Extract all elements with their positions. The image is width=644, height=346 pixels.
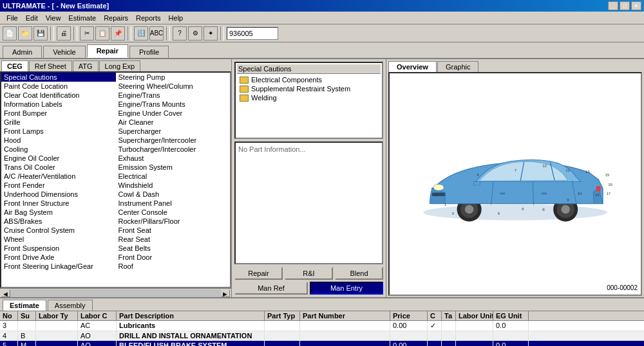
subtab-atg[interactable]: ATG xyxy=(73,60,99,71)
list-item[interactable]: Rear Seat xyxy=(116,235,231,244)
tab-estimate[interactable]: Estimate xyxy=(3,300,46,311)
menu-help[interactable]: Help xyxy=(165,13,187,23)
tab-admin[interactable]: Admin xyxy=(3,46,42,58)
scroll-left[interactable]: ◄ xyxy=(1,289,10,297)
window-controls[interactable]: _ □ × xyxy=(608,1,641,10)
list-item[interactable]: Exhaust xyxy=(116,154,231,163)
list-item[interactable]: Turbocharger/Intercooler xyxy=(116,145,231,154)
menu-reports[interactable]: Reports xyxy=(132,13,165,23)
list-item[interactable]: Engine/Trans xyxy=(116,91,231,100)
list-item[interactable]: ABS/Brakes xyxy=(1,217,116,226)
menu-repairs[interactable]: Repairs xyxy=(100,13,132,23)
tab-vehicle[interactable]: Vehicle xyxy=(43,46,85,58)
list-item[interactable]: Windshield xyxy=(116,181,231,190)
paste-button[interactable]: 📌 xyxy=(111,26,125,41)
list-item[interactable]: Front Fender xyxy=(1,181,116,190)
settings-button[interactable]: ⚙ xyxy=(188,26,202,41)
table-row[interactable]: 5 M AO BLEED/FLUSH BRAKE SYSTEM 0.00 0.0 xyxy=(0,341,644,346)
subtab-ceg[interactable]: CEG xyxy=(1,60,28,71)
list-item[interactable]: Front Door xyxy=(116,253,231,262)
cut-button[interactable]: ✂ xyxy=(80,26,94,41)
list-item[interactable]: Emission System xyxy=(116,163,231,172)
maximize-button[interactable]: □ xyxy=(620,1,630,10)
cell-c xyxy=(428,331,442,340)
list-item[interactable]: Air Cleaner xyxy=(116,118,231,127)
list-item[interactable]: Front Lamps xyxy=(1,127,116,136)
menu-edit[interactable]: Edit xyxy=(22,13,42,23)
list-item[interactable]: Electrical xyxy=(116,172,231,181)
list-item[interactable]: Hood xyxy=(1,136,116,145)
list-item[interactable]: Information Labels xyxy=(1,100,116,109)
list-item[interactable]: Front Suspension xyxy=(1,244,116,253)
list-item[interactable]: Underhood Dimensions xyxy=(1,190,116,199)
spell-button[interactable]: ABC xyxy=(149,26,164,41)
menu-view[interactable]: View xyxy=(42,13,65,23)
list-item[interactable]: Cruise Control System xyxy=(1,226,116,235)
blend-button[interactable]: Blend xyxy=(335,267,383,280)
list-item[interactable]: Supercharger/Intercooler xyxy=(116,136,231,145)
list-item[interactable]: Wheel xyxy=(1,235,116,244)
list-item[interactable]: Trans Oil Cooler xyxy=(1,163,116,172)
list-item[interactable]: Air Bag System xyxy=(1,208,116,217)
list-item[interactable]: Engine Under Cover xyxy=(116,109,231,118)
close-button[interactable]: × xyxy=(631,1,641,10)
horizontal-scrollbar[interactable]: ◄ ► xyxy=(0,288,231,297)
list-item[interactable]: Front Inner Structure xyxy=(1,199,116,208)
table-row[interactable]: 4 B AO DRILL AND INSTALL ORNAMENTATION xyxy=(0,331,644,341)
list-item[interactable]: Steering Pump xyxy=(116,73,231,82)
tab-profile[interactable]: Profile xyxy=(129,46,169,58)
tab-graphic[interactable]: Graphic xyxy=(437,61,479,72)
tab-overview[interactable]: Overview xyxy=(388,61,437,72)
minimize-button[interactable]: _ xyxy=(608,1,618,10)
subtab-longexp[interactable]: Long Exp xyxy=(99,60,140,71)
man-entry-button[interactable]: Man Entry xyxy=(310,282,383,295)
list-item[interactable]: Front Drive Axle xyxy=(1,253,116,262)
tab-repair[interactable]: Repair xyxy=(87,44,128,58)
list-item[interactable]: Center Console xyxy=(116,208,231,217)
list-item[interactable]: Roof xyxy=(116,262,231,271)
save-button[interactable]: 💾 xyxy=(33,26,48,41)
list-item[interactable]: Clear Coat Identification xyxy=(1,91,116,100)
list-item[interactable]: Engine/Trans Mounts xyxy=(116,100,231,109)
list-item[interactable]: Grille xyxy=(1,118,116,127)
table-row[interactable]: 3 AC Lubricants 0.00 ✓ 0.0 xyxy=(0,321,644,331)
copy-button[interactable]: 📋 xyxy=(95,26,109,41)
search-input[interactable] xyxy=(227,27,278,40)
new-button[interactable]: 📄 xyxy=(3,26,17,41)
list-item[interactable]: Engine Oil Cooler xyxy=(1,154,116,163)
man-ref-button[interactable]: Man Ref xyxy=(234,282,308,295)
list-item[interactable]: Front Steering Linkage/Gear xyxy=(1,262,116,271)
calc-button[interactable]: 🔢 xyxy=(134,26,148,41)
list-item[interactable]: A/C /Heater/Ventilation xyxy=(1,172,116,181)
list-item[interactable]: Paint Code Location xyxy=(1,82,116,91)
list-item[interactable]: Seat Belts xyxy=(116,244,231,253)
scroll-right[interactable]: ► xyxy=(221,289,230,297)
list-item[interactable]: Cowl & Dash xyxy=(116,190,231,199)
list-item[interactable]: Cooling xyxy=(1,145,116,154)
caution-srs[interactable]: Supplemental Restraint System xyxy=(237,84,381,93)
list-item[interactable]: Supercharger xyxy=(116,127,231,136)
open-button[interactable]: 📁 xyxy=(18,26,32,41)
print-button[interactable]: 🖨 xyxy=(57,26,71,41)
list-item[interactable]: Front Bumper xyxy=(1,109,116,118)
cell-eg-unit xyxy=(493,331,529,340)
help-icon-button[interactable]: ? xyxy=(173,26,187,41)
list-item[interactable]: Rocker/Pillars/Floor xyxy=(116,217,231,226)
svg-rect-14 xyxy=(596,186,601,191)
scroll-track[interactable] xyxy=(10,289,221,297)
rndi-button[interactable]: R&I xyxy=(285,267,333,280)
list-item[interactable]: Front Seat xyxy=(116,226,231,235)
caution-electrical[interactable]: Electrical Components xyxy=(237,75,381,84)
list-item[interactable]: Steering Wheel/Column xyxy=(116,82,231,91)
menu-estimate[interactable]: Estimate xyxy=(64,13,100,23)
caution-welding[interactable]: Welding xyxy=(237,93,381,102)
repair-button[interactable]: Repair xyxy=(234,267,283,280)
tool-extra[interactable]: ✦ xyxy=(204,26,218,41)
tab-assembly[interactable]: Assembly xyxy=(48,300,93,311)
list-item[interactable]: Instrument Panel xyxy=(116,199,231,208)
subtab-refsheet[interactable]: Ref Sheet xyxy=(29,60,72,71)
list-item[interactable]: Special Cautions xyxy=(1,73,116,82)
svg-rect-12 xyxy=(432,193,445,196)
right-tabs: Overview Graphic xyxy=(386,59,644,72)
menu-file[interactable]: File xyxy=(3,13,22,23)
